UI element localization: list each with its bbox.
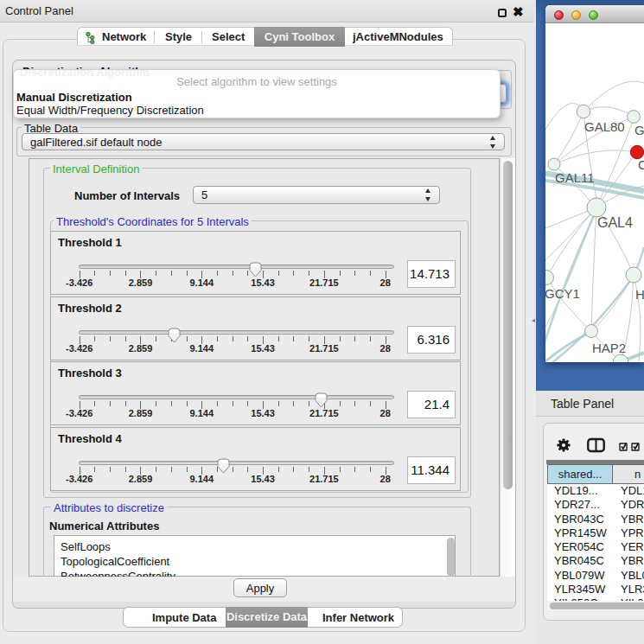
svg-text:GAL80: GAL80 — [584, 119, 625, 134]
svg-text:HA: HA — [635, 287, 644, 302]
svg-text:GA: GA — [634, 123, 644, 137]
svg-text:GAL11: GAL11 — [555, 170, 595, 185]
svg-text:GCY1: GCY1 — [545, 286, 580, 301]
svg-text:C: C — [638, 157, 644, 172]
svg-text:GAL4: GAL4 — [597, 215, 633, 230]
svg-text:HAP2: HAP2 — [592, 341, 626, 355]
